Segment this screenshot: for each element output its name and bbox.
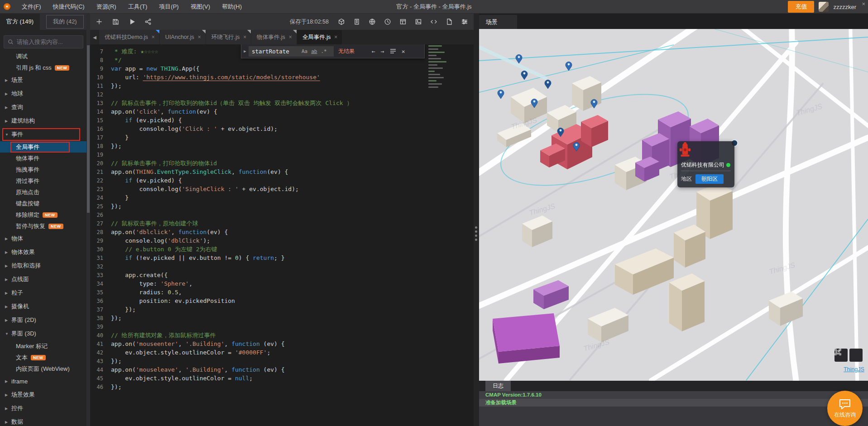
sidebar-item-7[interactable]: 全局事件 xyxy=(0,141,86,153)
panel-splitter[interactable] xyxy=(474,14,479,426)
whole-word-icon[interactable]: ab xyxy=(309,48,319,54)
sidebar-item-19[interactable]: ▶粒子 xyxy=(0,286,86,300)
sidebar-item-18[interactable]: ▶点线面 xyxy=(0,273,86,286)
document-icon[interactable] xyxy=(443,16,456,28)
layout-icon[interactable] xyxy=(397,16,409,28)
menu-item-1[interactable]: 快捷代码(C) xyxy=(47,0,91,14)
tab-mine[interactable]: 我的 (42) xyxy=(46,15,84,29)
recharge-button[interactable]: 充值 xyxy=(788,1,814,13)
code-icon[interactable] xyxy=(427,16,440,28)
online-support-button[interactable]: 在线咨询 xyxy=(827,391,863,426)
sidebar-item-26[interactable]: ▶iframe xyxy=(0,374,86,388)
sidebar-item-label: 文本 xyxy=(16,354,28,362)
sidebar-item-6[interactable]: ▼事件 xyxy=(0,128,86,141)
sidebar-item-11[interactable]: 原地点击 xyxy=(0,187,86,198)
tab-close-icon[interactable]: × xyxy=(334,34,337,40)
code-area[interactable]: 7 * 难度: ★☆☆☆☆8 */9var app = new THING.Ap… xyxy=(90,44,474,426)
tab-close-icon[interactable]: × xyxy=(243,34,246,40)
sidebar-item-29[interactable]: ▶数据 xyxy=(0,415,86,426)
sidebar-item-23[interactable]: Marker 标记 xyxy=(0,340,86,352)
editor-tab-1[interactable]: UIAnchor.js× xyxy=(160,30,206,44)
find-toggle-icon[interactable]: ▶ xyxy=(241,49,249,53)
model-icon[interactable] xyxy=(335,16,348,28)
fullscreen-button[interactable] xyxy=(849,349,863,362)
sidebar-item-17[interactable]: ▶拾取和选择 xyxy=(0,259,86,273)
sidebar-item-2[interactable]: ▶场景 xyxy=(0,73,86,87)
sidebar-item-5[interactable]: ▶建筑结构 xyxy=(0,114,86,128)
save-icon[interactable] xyxy=(109,16,122,28)
globe-icon[interactable] xyxy=(366,16,379,28)
sidebar-item-22[interactable]: ▼界面 (3D) xyxy=(0,327,86,340)
sidebar-scrollbar[interactable] xyxy=(86,14,90,426)
district-button[interactable]: 朝阳区 xyxy=(695,174,724,184)
editor-tab-3[interactable]: 物体事件.js× xyxy=(251,30,297,44)
editor-tab-2[interactable]: 环绕飞行.js× xyxy=(206,30,251,44)
run-icon[interactable] xyxy=(125,16,138,28)
library-icon[interactable] xyxy=(350,16,363,28)
menu-item-2[interactable]: 资源(R) xyxy=(91,0,122,14)
editor-tab-0[interactable]: 优锘科技Demo.js× xyxy=(99,30,159,44)
menu-item-5[interactable]: 视图(V) xyxy=(185,0,216,14)
building-3d xyxy=(588,308,628,342)
tab-close-icon[interactable]: × xyxy=(152,34,155,40)
share-icon[interactable] xyxy=(142,16,154,28)
code-line: 16 console.log('Click : ' + ev.object.id… xyxy=(90,124,474,133)
history-icon[interactable] xyxy=(381,16,394,28)
log-tab[interactable]: 日志 xyxy=(485,381,511,391)
sidebar-item-27[interactable]: ▶场景效果 xyxy=(0,388,86,402)
new-file-icon[interactable] xyxy=(93,16,106,28)
sidebar-search[interactable] xyxy=(4,35,83,48)
find-prev-icon[interactable]: ← xyxy=(372,48,375,55)
sidebar-item-20[interactable]: ▶摄像机 xyxy=(0,300,86,313)
fullscreen-icon xyxy=(834,349,841,355)
sidebar-item-12[interactable]: 键盘按键 xyxy=(0,198,86,209)
thingjs-logo-icon[interactable] xyxy=(4,3,10,10)
find-input[interactable] xyxy=(249,48,300,55)
find-in-selection-icon[interactable] xyxy=(390,48,396,54)
sidebar-item-13[interactable]: 移除绑定NEW xyxy=(0,209,86,220)
splitter-handle-icon[interactable] xyxy=(475,226,477,241)
match-case-icon[interactable]: Aa xyxy=(300,48,309,54)
sidebar-item-10[interactable]: 滑过事件 xyxy=(0,175,86,187)
tab-official[interactable]: 官方 (149) xyxy=(0,14,40,30)
sidebar-item-15[interactable]: ▶物体 xyxy=(0,232,86,245)
editor-tab-4[interactable]: 全局事件.js× xyxy=(297,30,342,44)
thingjs-brand-link[interactable]: ThingJS xyxy=(844,366,864,373)
regex-icon[interactable]: .* xyxy=(319,48,329,54)
settings-icon[interactable] xyxy=(458,16,471,28)
menu-item-4[interactable]: 项目(P) xyxy=(153,0,184,14)
sidebar-item-14[interactable]: 暂停与恢复NEW xyxy=(0,220,86,232)
line-number: 39 xyxy=(90,323,111,331)
sidebar-item-4[interactable]: ▶查询 xyxy=(0,101,86,114)
tabs-scroll-left-icon[interactable]: ◀ xyxy=(90,30,99,44)
tab-close-icon[interactable]: × xyxy=(198,34,201,40)
image-icon[interactable] xyxy=(412,16,425,28)
sidebar-item-3[interactable]: ▶地球 xyxy=(0,87,86,101)
tab-close-icon[interactable]: × xyxy=(289,34,292,40)
sidebar-item-21[interactable]: ▶界面 (2D) xyxy=(0,313,86,327)
scene-3d-view[interactable]: ThingJS ThingJS ThingJS ThingJS ThingJS … xyxy=(479,29,868,381)
window-close-icon[interactable]: × xyxy=(862,0,865,7)
scene-tab[interactable]: 场景 xyxy=(479,15,517,29)
sidebar-item-0[interactable]: 调试 xyxy=(0,51,86,62)
sidebar-item-1[interactable]: 引用 js 和 cssNEW xyxy=(0,62,86,73)
find-close-icon[interactable]: × xyxy=(402,48,405,55)
sidebar-item-9[interactable]: 拖拽事件 xyxy=(0,164,86,175)
avatar[interactable] xyxy=(819,2,829,12)
menu-item-0[interactable]: 文件(F) xyxy=(16,0,47,14)
code-line: 24 } xyxy=(90,193,474,202)
find-next-icon[interactable]: → xyxy=(381,48,384,55)
menu-item-3[interactable]: 工具(T) xyxy=(122,0,153,14)
sidebar-item-16[interactable]: ▶物体效果 xyxy=(0,245,86,259)
search-input[interactable] xyxy=(17,38,79,45)
scene-map-svg[interactable] xyxy=(479,29,868,381)
sidebar-item-28[interactable]: ▶控件 xyxy=(0,402,86,415)
line-number: 25 xyxy=(90,202,111,211)
sidebar-item-label: 键盘按键 xyxy=(16,200,39,208)
sidebar-scrollbar-thumb[interactable] xyxy=(87,45,90,213)
sidebar-item-24[interactable]: 文本NEW xyxy=(0,352,86,363)
menu-item-6[interactable]: 帮助(H) xyxy=(216,0,248,14)
minimap[interactable] xyxy=(428,45,448,96)
sidebar-item-25[interactable]: 内嵌页面 (WebView) xyxy=(0,363,86,374)
sidebar-item-8[interactable]: 物体事件 xyxy=(0,153,86,164)
